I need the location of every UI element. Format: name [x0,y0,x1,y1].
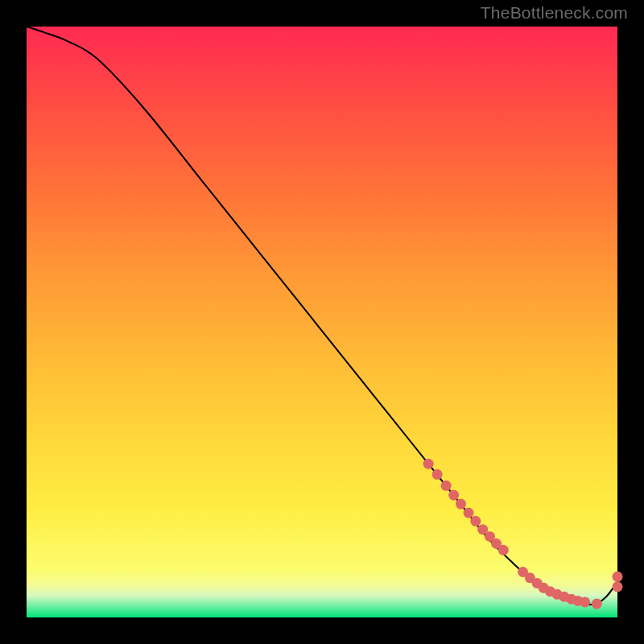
data-dot [498,545,509,555]
data-dot [448,490,459,501]
dots-series [423,459,623,609]
data-dot [470,516,481,526]
watermark-text: TheBottleneck.com [481,3,628,23]
curve-series [27,27,617,605]
data-dot [432,469,443,480]
data-dot [456,499,466,510]
data-dot [423,459,434,469]
data-dot [464,508,474,518]
data-dot [613,572,623,582]
data-dot [580,597,590,607]
data-dot [613,581,623,592]
chart-overlay [0,0,644,644]
chart-frame: TheBottleneck.com [0,0,644,644]
curve-path [27,27,617,605]
data-dot [592,599,602,609]
data-dot [441,481,452,491]
